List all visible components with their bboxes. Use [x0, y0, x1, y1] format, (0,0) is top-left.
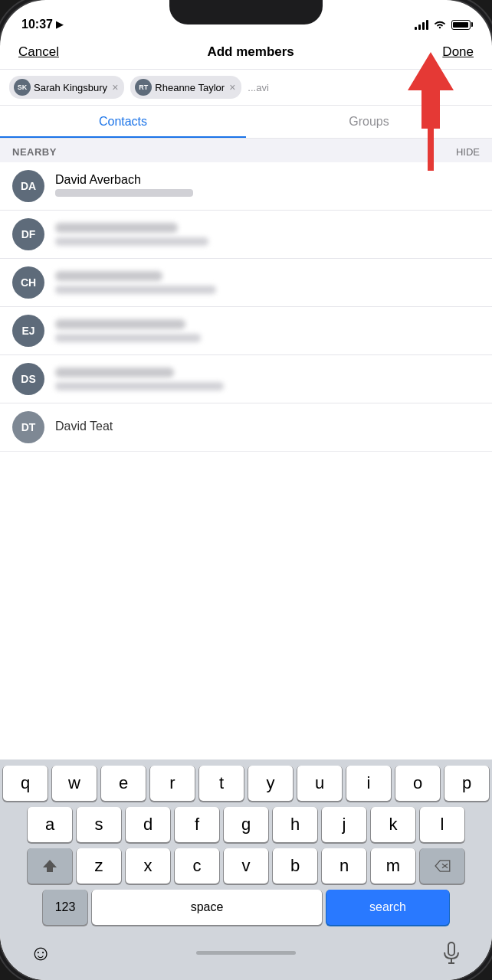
chip-sarah-avatar: SK: [14, 79, 31, 96]
time-display: 10:37: [21, 18, 53, 31]
keyboard-row-1: q w e r t y u i o p: [3, 766, 489, 801]
avatar: CH: [12, 266, 44, 299]
contact-name: David Averbach: [55, 173, 480, 187]
search-label: search: [369, 900, 406, 914]
section-hide-button[interactable]: HIDE: [456, 146, 480, 158]
key-shift[interactable]: [28, 848, 72, 884]
contact-list: DA David Averbach DF CH: [0, 162, 492, 452]
space-label: space: [191, 900, 224, 914]
chip-rheanne-avatar: RT: [135, 79, 152, 96]
key-e[interactable]: e: [101, 766, 146, 801]
key-space[interactable]: space: [92, 890, 322, 925]
blurred-detail: [55, 334, 201, 342]
blurred-detail: [55, 286, 216, 294]
key-v[interactable]: v: [224, 848, 268, 884]
signal-icon: [415, 19, 428, 30]
shift-icon: [41, 858, 58, 874]
key-m[interactable]: m: [371, 848, 415, 884]
key-l[interactable]: l: [420, 807, 464, 842]
key-o[interactable]: o: [395, 766, 440, 801]
key-b[interactable]: b: [273, 848, 317, 884]
key-k[interactable]: k: [371, 807, 415, 842]
avatar: DA: [12, 170, 44, 202]
done-button[interactable]: Done: [442, 44, 474, 60]
keyboard-bottom-bar: ☺: [3, 931, 489, 972]
key-u[interactable]: u: [297, 766, 342, 801]
wifi-icon: [433, 19, 447, 30]
chip-sarah-remove[interactable]: ×: [112, 81, 118, 93]
blurred-name: [55, 271, 162, 281]
list-item[interactable]: DT David Teat: [0, 403, 492, 452]
key-a[interactable]: a: [28, 807, 72, 842]
avatar: DS: [12, 363, 44, 395]
chip-sarah[interactable]: SK Sarah Kingsbury ×: [9, 76, 124, 99]
delete-icon: [434, 860, 451, 872]
contact-info: David Averbach: [55, 173, 480, 199]
contact-info: [55, 271, 480, 294]
mic-icon: [441, 942, 461, 965]
tabs-bar: Contacts Groups: [0, 106, 492, 139]
list-item[interactable]: DA David Averbach: [0, 162, 492, 211]
key-emoji[interactable]: ☺: [18, 936, 63, 971]
key-s[interactable]: s: [77, 807, 121, 842]
key-delete[interactable]: [420, 848, 464, 884]
signal-bar-3: [422, 22, 425, 30]
contact-info: [55, 223, 480, 246]
blurred-detail: [55, 382, 224, 390]
cancel-button[interactable]: Cancel: [18, 44, 59, 60]
signal-bar-4: [426, 20, 428, 30]
key-d[interactable]: d: [126, 807, 170, 842]
key-number[interactable]: 123: [43, 890, 87, 925]
key-z[interactable]: z: [77, 848, 121, 884]
section-title: NEARBY: [12, 146, 57, 158]
svg-rect-5: [448, 942, 454, 956]
key-j[interactable]: j: [322, 807, 366, 842]
chip-rheanne-label: Rheanne Taylor: [155, 82, 225, 93]
list-item[interactable]: DF: [0, 211, 492, 259]
key-t[interactable]: t: [199, 766, 244, 801]
key-c[interactable]: c: [175, 848, 219, 884]
chip-rheanne[interactable]: RT Rheanne Taylor ×: [130, 76, 241, 99]
key-f[interactable]: f: [175, 807, 219, 842]
svg-marker-2: [43, 860, 57, 872]
nav-bar: Cancel Add members Done: [0, 38, 492, 70]
chip-rheanne-remove[interactable]: ×: [229, 81, 235, 93]
tab-groups[interactable]: Groups: [246, 106, 492, 138]
key-search[interactable]: search: [326, 890, 449, 925]
keyboard: q w e r t y u i o p a s d f g h j k: [0, 760, 492, 980]
key-w[interactable]: w: [52, 766, 97, 801]
contact-name: David Teat: [55, 420, 480, 433]
page-title: Add members: [207, 44, 294, 60]
list-item[interactable]: EJ: [0, 307, 492, 355]
list-item[interactable]: DS: [0, 355, 492, 403]
key-r[interactable]: r: [150, 766, 195, 801]
keyboard-row-3: z x c v b n m: [3, 848, 489, 884]
key-p[interactable]: p: [444, 766, 489, 801]
blurred-detail: [55, 237, 208, 246]
status-time: 10:37 ▶: [21, 18, 63, 31]
key-q[interactable]: q: [3, 766, 48, 801]
signal-bar-2: [418, 24, 421, 30]
notch: [169, 0, 323, 24]
home-indicator: [196, 951, 296, 955]
key-x[interactable]: x: [126, 848, 170, 884]
key-i[interactable]: i: [346, 766, 391, 801]
list-item[interactable]: CH: [0, 259, 492, 307]
battery-fill: [453, 22, 468, 28]
phone-screen: 10:37 ▶: [0, 0, 492, 980]
key-mic[interactable]: [429, 936, 474, 971]
key-h[interactable]: h: [273, 807, 317, 842]
contact-info: [55, 368, 480, 390]
key-n[interactable]: n: [322, 848, 366, 884]
status-icons: [415, 19, 471, 30]
tab-contacts[interactable]: Contacts: [0, 106, 246, 138]
blurred-name: [55, 223, 178, 233]
signal-bar-1: [415, 27, 417, 30]
avatar: DT: [12, 411, 44, 443]
key-g[interactable]: g: [224, 807, 268, 842]
chip-sarah-label: Sarah Kingsbury: [34, 82, 107, 93]
battery-icon: [451, 20, 471, 30]
key-y[interactable]: y: [248, 766, 293, 801]
avatar: DF: [12, 218, 44, 250]
blurred-name: [55, 319, 185, 329]
